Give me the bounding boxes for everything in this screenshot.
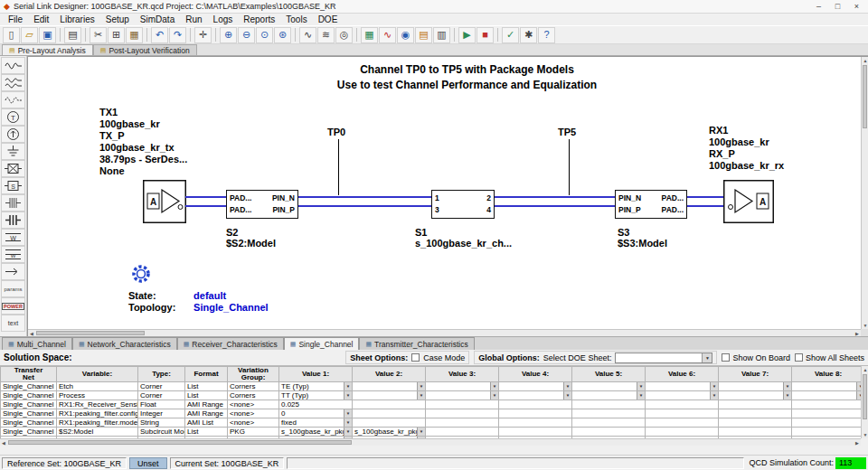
ground-tool-icon[interactable] (1, 143, 25, 160)
grid-cell[interactable]: Single_Channel (1, 409, 57, 418)
spreadsheet-icon[interactable]: ▦ (361, 27, 378, 43)
chevron-down-icon[interactable]: ▼ (710, 382, 718, 390)
grid-cell[interactable]: AMI Range (185, 400, 228, 409)
s-block-tool-icon[interactable]: S (1, 177, 25, 194)
via-tool-icon[interactable] (1, 194, 25, 212)
chevron-down-icon[interactable]: ▼ (417, 428, 425, 436)
minimize-button[interactable]: – (811, 2, 826, 11)
value-cell[interactable] (572, 400, 646, 409)
save-icon[interactable]: ▣ (39, 27, 56, 43)
grid-cell[interactable]: AMI List (185, 418, 228, 428)
print-icon[interactable]: ▤ (64, 27, 81, 43)
params-tool-icon[interactable]: params (1, 280, 25, 297)
undo-icon[interactable]: ↶ (151, 27, 168, 43)
value-cell[interactable] (792, 428, 862, 437)
value-cell[interactable]: ▼ (646, 382, 719, 391)
sheet-tab-transmitter-characteristics[interactable]: ▦Transmitter_Characteristics (359, 337, 474, 350)
solution-row[interactable]: Single_ChannelRX1:peaking_filter.configI… (1, 409, 862, 418)
connector-tool-icon[interactable] (1, 263, 25, 280)
wire-segment[interactable] (495, 205, 615, 207)
s2-refdes[interactable]: S2 (226, 227, 238, 238)
grid-cell[interactable]: Corners (228, 382, 279, 391)
value-cell[interactable]: ▼ (646, 391, 719, 400)
tline-tool-icon[interactable] (1, 57, 25, 74)
chevron-down-icon[interactable]: ▼ (344, 391, 352, 400)
grid-cell[interactable]: Corners (228, 391, 279, 400)
power-block-tool-icon[interactable]: POWER (1, 297, 25, 315)
value-cell[interactable] (572, 409, 646, 418)
column-header[interactable]: TransferNet (1, 367, 57, 382)
wire-segment[interactable] (687, 196, 723, 198)
s3-refdes[interactable]: S3 (618, 227, 629, 238)
probe-node-tool-icon[interactable] (1, 126, 25, 143)
wire-segment[interactable] (495, 196, 615, 198)
solution-row[interactable]: Single_ChannelRX1:Rx_Receiver_Sensitivit… (1, 400, 862, 409)
value-cell[interactable]: ▼ (792, 382, 862, 391)
chevron-down-icon[interactable]: ▼ (490, 391, 498, 400)
value-cell[interactable]: ▼ (499, 382, 572, 391)
scroll-down-icon[interactable]: ▼ (862, 431, 868, 438)
solution-row[interactable]: Single_ChannelProcessCornerListCornersTT… (1, 391, 862, 400)
vscroll-thumb[interactable] (863, 65, 867, 128)
value-cell[interactable]: ▼ (572, 391, 646, 400)
doc-tab-post-layout-verification[interactable]: ▤Post-Layout Verification (93, 44, 197, 55)
grid-cell[interactable]: Single_Channel (1, 400, 57, 409)
value-cell[interactable] (572, 418, 646, 428)
coupled-tline-tool-icon[interactable] (1, 74, 25, 91)
column-header[interactable]: Value 7: (719, 367, 792, 382)
solution-row[interactable]: Single_ChannelEtchCornerListCornersTE (T… (1, 382, 862, 391)
menu-libraries[interactable]: Libraries (54, 14, 99, 24)
wire-segment[interactable] (185, 196, 226, 198)
menu-logs[interactable]: Logs (208, 14, 239, 24)
redo-icon[interactable]: ↷ (169, 27, 186, 43)
x-block-tool-icon[interactable] (1, 160, 25, 177)
grid-cell[interactable]: <none> (228, 400, 279, 409)
menu-reports[interactable]: Reports (238, 14, 280, 24)
chevron-down-icon[interactable]: ▼ (344, 382, 352, 390)
text-tool-icon[interactable]: text (1, 315, 25, 332)
column-header[interactable]: Value 1: (279, 367, 353, 382)
coupled-w-line-tool-icon[interactable]: W (1, 246, 25, 263)
grid-cell[interactable]: String (138, 418, 185, 428)
copy-icon[interactable]: ⊞ (108, 27, 125, 43)
value-cell[interactable]: fixed▼ (279, 418, 353, 428)
schematic-canvas[interactable]: Channel TP0 to TP5 with Package Models U… (28, 57, 861, 329)
grid-cell[interactable]: Corner (138, 391, 185, 400)
value-cell[interactable] (572, 428, 646, 437)
column-header[interactable]: VariationGroup: (228, 367, 279, 382)
value-cell[interactable] (499, 400, 572, 409)
column-header[interactable]: Value 6: (646, 367, 719, 382)
validate-icon[interactable]: ✓ (502, 27, 519, 43)
s1-refdes[interactable]: S1 (415, 227, 427, 238)
add-bus-icon[interactable]: ≋ (317, 27, 335, 43)
value-cell[interactable] (719, 400, 792, 409)
help-icon[interactable]: ? (538, 27, 555, 43)
value-cell[interactable] (646, 400, 719, 409)
menu-edit[interactable]: Edit (28, 14, 54, 24)
hscroll-thumb[interactable] (36, 331, 145, 335)
scroll-up-icon[interactable]: ▲ (862, 366, 868, 373)
grid-cell[interactable]: Float (138, 400, 185, 409)
tp0-label[interactable]: TP0 (327, 127, 345, 137)
zoom-fit-icon[interactable]: ⊛ (274, 27, 291, 43)
value-cell[interactable] (719, 409, 792, 418)
s1-channel-block[interactable]: 1234 (431, 190, 495, 219)
value-cell[interactable]: ▼ (499, 391, 572, 400)
column-header[interactable]: Format (185, 367, 228, 382)
grid-cell[interactable]: List (185, 382, 228, 391)
chevron-down-icon[interactable]: ▼ (490, 382, 498, 390)
wire-segment[interactable] (298, 196, 431, 198)
chevron-down-icon[interactable]: ▼ (417, 382, 425, 390)
zoom-in-icon[interactable]: ⊕ (220, 27, 237, 43)
zoom-window-icon[interactable]: ⊙ (256, 27, 273, 43)
menu-doe[interactable]: DOE (313, 14, 344, 24)
value-cell[interactable]: ▼ (426, 391, 499, 400)
s2-package-block[interactable]: PAD...PIN_NPAD...PIN_P (226, 190, 298, 219)
rx-buffer-symbol[interactable]: A (723, 180, 774, 227)
value-cell[interactable] (353, 418, 426, 428)
column-header[interactable]: Value 2: (353, 367, 426, 382)
grid-cell[interactable]: Corner (138, 382, 185, 391)
value-cell[interactable] (499, 418, 572, 428)
log-icon[interactable]: ▥ (433, 27, 450, 43)
grid-cell[interactable]: Single_Channel (1, 382, 57, 391)
